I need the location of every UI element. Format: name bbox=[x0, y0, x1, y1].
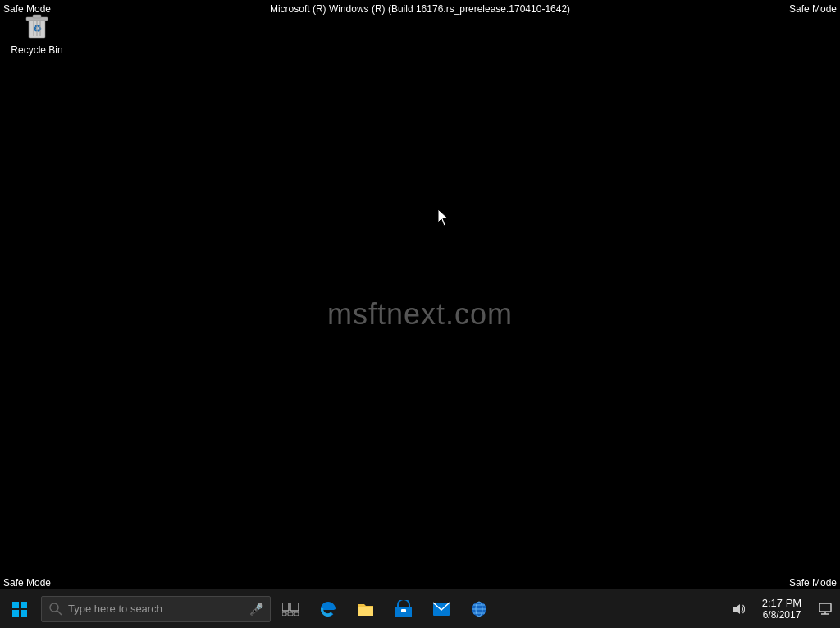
clock-date: 6/8/2017 bbox=[763, 609, 801, 621]
browser-icon[interactable] bbox=[461, 589, 497, 629]
safe-mode-bottomright: Safe Mode bbox=[789, 577, 837, 589]
search-box[interactable]: Type here to search 🎤 bbox=[41, 596, 271, 622]
speaker-icon bbox=[732, 603, 745, 616]
svg-rect-9 bbox=[21, 602, 27, 608]
watermark: msftnext.com bbox=[327, 297, 513, 332]
microphone-icon[interactable]: 🎤 bbox=[249, 603, 263, 616]
build-string: Microsoft (R) Windows (R) (Build 16176.r… bbox=[270, 3, 570, 15]
svg-rect-14 bbox=[282, 603, 289, 611]
edge-icon[interactable] bbox=[310, 589, 346, 629]
svg-rect-15 bbox=[290, 603, 299, 611]
recycle-bin-icon[interactable]: ♻ Recycle Bin bbox=[8, 8, 66, 56]
recycle-bin-svg: ♻ bbox=[21, 8, 53, 41]
svg-rect-11 bbox=[21, 610, 27, 617]
tray-icons bbox=[724, 589, 753, 629]
taskbar: Type here to search 🎤 bbox=[0, 589, 840, 628]
mail-app-icon bbox=[432, 602, 450, 617]
svg-rect-28 bbox=[819, 603, 831, 612]
start-button[interactable] bbox=[0, 589, 39, 629]
mail-icon[interactable] bbox=[423, 589, 459, 629]
svg-rect-10 bbox=[12, 610, 19, 617]
task-view-button[interactable] bbox=[274, 589, 307, 629]
svg-marker-27 bbox=[733, 604, 740, 614]
mouse-cursor bbox=[438, 209, 448, 226]
svg-marker-7 bbox=[438, 209, 448, 226]
volume-icon[interactable] bbox=[724, 589, 753, 629]
svg-point-12 bbox=[50, 603, 58, 612]
svg-rect-20 bbox=[401, 609, 406, 612]
svg-rect-16 bbox=[282, 612, 286, 616]
clock-area[interactable]: 2:17 PM 6/8/2017 bbox=[753, 589, 810, 629]
search-icon bbox=[48, 602, 63, 617]
system-tray: 2:17 PM 6/8/2017 bbox=[724, 589, 840, 629]
search-placeholder-text: Type here to search bbox=[68, 603, 246, 615]
safe-mode-topright: Safe Mode bbox=[789, 3, 837, 15]
task-view-icon bbox=[282, 603, 299, 616]
svg-rect-17 bbox=[288, 612, 293, 616]
internet-browser-icon bbox=[470, 600, 488, 618]
svg-rect-18 bbox=[294, 612, 299, 616]
clock-time: 2:17 PM bbox=[762, 597, 801, 609]
edge-browser-icon bbox=[319, 600, 337, 618]
file-explorer-folder-icon bbox=[357, 601, 375, 617]
recycle-bin-label: Recycle Bin bbox=[11, 44, 62, 56]
taskbar-pinned-icons bbox=[310, 589, 497, 629]
windows-logo-icon bbox=[12, 602, 27, 617]
action-center-button[interactable] bbox=[810, 589, 840, 629]
store-icon[interactable] bbox=[386, 589, 422, 629]
action-center-icon bbox=[819, 603, 832, 616]
svg-rect-2 bbox=[33, 15, 41, 18]
svg-line-13 bbox=[57, 611, 62, 615]
file-explorer-icon[interactable] bbox=[348, 589, 384, 629]
svg-rect-8 bbox=[12, 602, 19, 608]
windows-store-icon bbox=[395, 600, 413, 618]
safe-mode-bottomleft: Safe Mode bbox=[3, 577, 51, 589]
